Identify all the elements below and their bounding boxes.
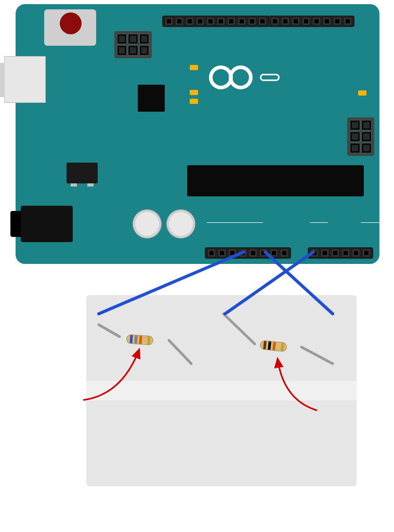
led-L-icon: [190, 65, 198, 70]
analog-header: [308, 247, 373, 259]
arduino-uno-board: [16, 4, 379, 264]
breadboard-bottom-section: [95, 413, 348, 470]
led-TX-icon: [190, 90, 198, 95]
icsp-header: [347, 117, 374, 156]
capacitor-icon: [133, 209, 162, 238]
atmega-chip-icon: [187, 165, 364, 196]
barrel-jack-icon: [21, 206, 73, 242]
diagram-stage: [0, 0, 394, 532]
voltage-regulator-icon: [67, 163, 98, 183]
icsp2-header: [114, 31, 152, 58]
reset-button: [60, 12, 82, 34]
unknown-resistor: [126, 334, 153, 345]
usb-port-icon: [4, 56, 46, 103]
digital-header-right: [268, 16, 354, 27]
uno-badge: [260, 74, 280, 81]
breadboard: [86, 295, 357, 486]
breadboard-center-gap: [86, 381, 357, 401]
small-chip-icon: [138, 85, 165, 112]
digital-header-left: [162, 16, 269, 27]
capacitor-icon: [166, 209, 195, 238]
arduino-logo: [209, 65, 280, 89]
led-ON-icon: [358, 90, 366, 96]
power-header: [205, 247, 291, 259]
led-RX-icon: [190, 99, 198, 104]
infinity-logo-icon: [209, 65, 253, 89]
